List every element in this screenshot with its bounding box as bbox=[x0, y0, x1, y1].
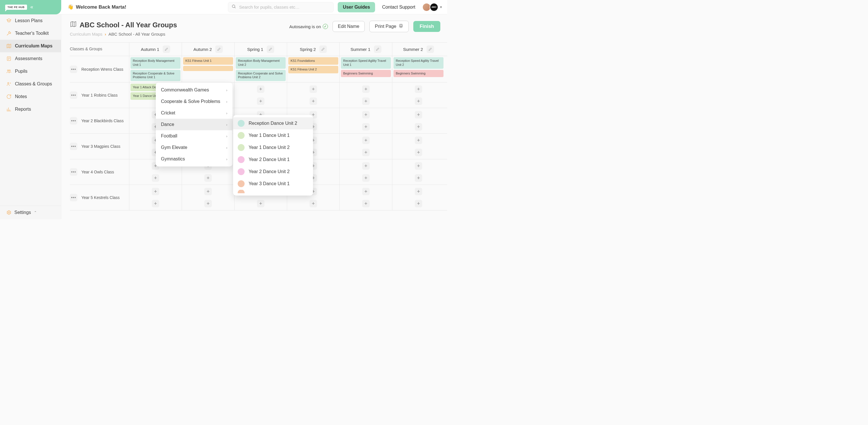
unit-menu-item[interactable]: Year 1 Dance Unit 1 bbox=[233, 129, 313, 142]
edit-term-button[interactable] bbox=[163, 45, 170, 53]
unit-card[interactable]: Beginners Swimming bbox=[394, 70, 443, 78]
category-menu-item[interactable]: Commonwealth Games› bbox=[156, 84, 232, 96]
sidebar-item-assessments[interactable]: Assessments bbox=[0, 52, 61, 65]
add-unit-button[interactable]: + bbox=[310, 200, 317, 207]
row-more-button[interactable]: ••• bbox=[70, 143, 77, 150]
unit-card[interactable]: Reception Cooperate & Solve Problems Uni… bbox=[130, 70, 181, 81]
add-unit-button[interactable]: + bbox=[415, 97, 422, 105]
color-dot-icon bbox=[238, 120, 245, 127]
category-menu-item[interactable]: Cooperate & Solve Problems› bbox=[156, 96, 232, 107]
add-unit-button[interactable]: + bbox=[310, 85, 317, 93]
unit-menu-item[interactable]: Reception Dance Unit 2 bbox=[233, 117, 313, 129]
edit-term-button[interactable] bbox=[427, 45, 434, 53]
add-unit-button[interactable]: + bbox=[257, 85, 265, 93]
row-more-button[interactable]: ••• bbox=[70, 66, 77, 73]
sidebar-item-teacher-s-toolkit[interactable]: Teacher's Toolkit bbox=[0, 27, 61, 40]
row-more-button[interactable]: ••• bbox=[70, 91, 77, 99]
unit-card[interactable]: KS1 Fitness Unit 2 bbox=[288, 66, 338, 73]
row-more-button[interactable]: ••• bbox=[70, 168, 77, 176]
account-menu[interactable]: ABC ▾ bbox=[422, 3, 442, 11]
unit-card[interactable] bbox=[183, 66, 233, 71]
add-unit-button[interactable]: + bbox=[152, 188, 159, 195]
unit-menu-item[interactable]: Year 2 Dance Unit 1 bbox=[233, 154, 313, 165]
add-unit-button[interactable]: + bbox=[362, 136, 370, 144]
edit-name-button[interactable]: Edit Name bbox=[333, 21, 365, 32]
unit-menu-item[interactable]: Year 3 Dance Unit 1 bbox=[233, 178, 313, 190]
add-unit-button[interactable]: + bbox=[415, 162, 422, 170]
collapse-sidebar-icon[interactable]: « bbox=[30, 4, 33, 10]
menu-item-label: Football bbox=[161, 133, 177, 139]
sidebar-item-reports[interactable]: Reports bbox=[0, 103, 61, 116]
category-menu-item[interactable]: Gym Elevate› bbox=[156, 142, 232, 153]
sidebar-item-notes[interactable]: Notes bbox=[0, 90, 61, 103]
add-unit-button[interactable]: + bbox=[204, 174, 212, 182]
add-unit-button[interactable]: + bbox=[415, 149, 422, 156]
unit-card[interactable]: Reception Body Management Unit 1 bbox=[130, 57, 181, 69]
svg-point-3 bbox=[7, 70, 9, 71]
unit-category-menu[interactable]: Commonwealth Games›Cooperate & Solve Pro… bbox=[156, 83, 232, 166]
row-more-button[interactable]: ••• bbox=[70, 194, 77, 201]
color-dot-icon bbox=[238, 190, 245, 193]
edit-term-button[interactable] bbox=[267, 45, 274, 53]
add-unit-button[interactable]: + bbox=[362, 162, 370, 170]
unit-card[interactable]: Reception Cooperate and Solve Problems U… bbox=[236, 70, 286, 81]
edit-term-button[interactable] bbox=[215, 45, 223, 53]
add-unit-button[interactable]: + bbox=[415, 85, 422, 93]
finish-button[interactable]: Finish bbox=[413, 21, 440, 32]
category-menu-item[interactable]: Gymnastics› bbox=[156, 153, 232, 165]
add-unit-button[interactable]: + bbox=[204, 200, 212, 207]
add-unit-button[interactable]: + bbox=[310, 97, 317, 105]
add-unit-button[interactable]: + bbox=[362, 123, 370, 130]
category-menu-item[interactable]: Cricket› bbox=[156, 107, 232, 119]
add-unit-button[interactable]: + bbox=[152, 174, 159, 182]
class-name: Reception Wrens Class bbox=[81, 67, 123, 71]
add-unit-button[interactable]: + bbox=[362, 188, 370, 195]
add-unit-button[interactable]: + bbox=[415, 111, 422, 119]
sidebar-item-pupils[interactable]: Pupils bbox=[0, 65, 61, 78]
edit-term-button[interactable] bbox=[319, 45, 327, 53]
search-input[interactable] bbox=[239, 5, 330, 9]
sidebar-item-classes-groups[interactable]: Classes & Groups bbox=[0, 78, 61, 90]
add-unit-button[interactable]: + bbox=[362, 111, 370, 119]
add-unit-button[interactable]: + bbox=[415, 188, 422, 195]
sidebar-item-curriculum-maps[interactable]: Curriculum Maps bbox=[0, 40, 61, 52]
add-unit-button[interactable]: + bbox=[362, 97, 370, 105]
sidebar-item-label: Lesson Plans bbox=[15, 18, 42, 23]
sidebar-item-lesson-plans[interactable]: Lesson Plans bbox=[0, 14, 61, 27]
add-unit-button[interactable]: + bbox=[152, 200, 159, 207]
chevron-right-icon: › bbox=[226, 99, 227, 104]
unit-card[interactable]: KS1 Foundations bbox=[288, 57, 338, 65]
print-page-button[interactable]: Print Page bbox=[369, 21, 409, 32]
unit-menu-item[interactable]: Year 2 Dance Unit 2 bbox=[233, 165, 313, 178]
crumb-root[interactable]: Curriculum Maps bbox=[70, 32, 102, 36]
add-unit-button[interactable]: + bbox=[415, 174, 422, 182]
add-unit-button[interactable]: + bbox=[257, 200, 265, 207]
add-unit-button[interactable]: + bbox=[257, 97, 265, 105]
category-menu-item[interactable]: Dance› bbox=[156, 119, 232, 130]
unit-card[interactable]: Reception Speed Agility Travel Unit 2 bbox=[394, 57, 443, 69]
unit-card[interactable]: KS1 Fitness Unit 1 bbox=[183, 57, 233, 65]
row-more-button[interactable]: ••• bbox=[70, 117, 77, 124]
unit-submenu[interactable]: Reception Dance Unit 2Year 1 Dance Unit … bbox=[233, 115, 313, 195]
user-guides-button[interactable]: User Guides bbox=[338, 2, 375, 12]
add-unit-button[interactable]: + bbox=[415, 136, 422, 144]
add-unit-button[interactable]: + bbox=[415, 200, 422, 207]
unit-card[interactable]: Reception Body Management Unit 2 bbox=[236, 57, 286, 69]
add-unit-button[interactable]: + bbox=[362, 200, 370, 207]
unit-card[interactable]: Beginners Swimming bbox=[341, 70, 391, 78]
unit-menu-item[interactable] bbox=[233, 190, 313, 193]
printer-icon bbox=[399, 24, 403, 29]
search-box[interactable] bbox=[228, 2, 334, 12]
add-unit-button[interactable]: + bbox=[362, 85, 370, 93]
add-unit-button[interactable]: + bbox=[415, 123, 422, 130]
add-unit-button[interactable]: + bbox=[362, 149, 370, 156]
settings-button[interactable]: Settings ⌃ bbox=[0, 206, 61, 219]
unit-menu-item[interactable]: Year 1 Dance Unit 2 bbox=[233, 142, 313, 154]
add-unit-button[interactable]: + bbox=[362, 174, 370, 182]
unit-card[interactable]: Reception Speed Agility Travel Unit 1 bbox=[341, 57, 391, 69]
contact-support-button[interactable]: Contact Support bbox=[382, 5, 415, 10]
edit-term-button[interactable] bbox=[374, 45, 381, 53]
add-unit-button[interactable]: + bbox=[204, 188, 212, 195]
welcome-label: Welcome Back Marta! bbox=[76, 4, 126, 10]
category-menu-item[interactable]: Football› bbox=[156, 130, 232, 142]
